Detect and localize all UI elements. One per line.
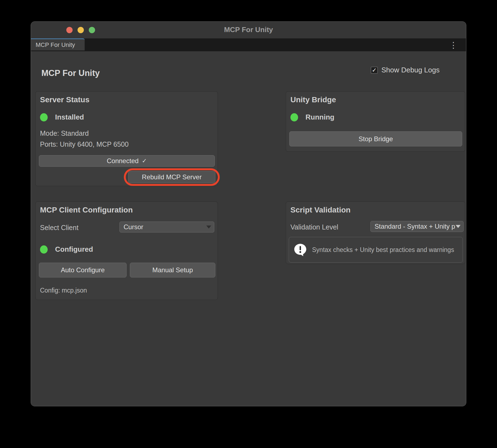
mcp-client-configuration-panel: MCP Client Configuration Select Client C… <box>35 202 218 300</box>
bridge-status-label: Running <box>305 113 334 121</box>
validation-level-dropdown[interactable]: Standard - Syntax + Unity p <box>370 221 464 232</box>
unity-bridge-panel: Unity Bridge Running Stop Bridge <box>286 91 465 152</box>
window-titlebar: MCP For Unity <box>31 22 466 38</box>
auto-configure-button[interactable]: Auto Configure <box>39 263 127 277</box>
server-status-row: Installed <box>40 113 84 121</box>
status-dot-icon <box>40 113 48 121</box>
config-path-note: Config: mcp.json <box>40 287 87 294</box>
page-title: MCP For Unity <box>41 68 100 78</box>
validation-info-text: Syntax checks + Unity best practices and… <box>312 246 454 254</box>
server-status-title: Server Status <box>40 95 90 104</box>
window-title: MCP For Unity <box>31 25 466 34</box>
checkmark-icon: ✓ <box>372 67 377 73</box>
auto-configure-button-label: Auto Configure <box>61 266 105 274</box>
client-status-row: Configured <box>40 245 93 254</box>
script-validation-title: Script Validation <box>290 206 350 214</box>
chevron-down-icon <box>456 225 461 228</box>
status-dot-icon <box>40 245 48 254</box>
select-client-label: Select Client <box>40 224 78 232</box>
rebuild-button-label: Rebuild MCP Server <box>142 173 202 181</box>
validation-level-label: Validation Level <box>290 223 338 231</box>
client-select-value: Cursor <box>124 223 143 231</box>
tab-bar: MCP For Unity ⋮ <box>31 38 466 51</box>
stop-bridge-button-label: Stop Bridge <box>359 135 393 143</box>
client-status-label: Configured <box>55 245 93 254</box>
rebuild-mcp-server-button[interactable]: Rebuild MCP Server <box>128 171 215 183</box>
manual-setup-button[interactable]: Manual Setup <box>130 263 215 277</box>
script-validation-panel: Script Validation Validation Level Stand… <box>286 202 465 264</box>
desktop-background: MCP For Unity MCP For Unity ⋮ MCP For Un… <box>0 0 497 448</box>
mcp-for-unity-window: MCP For Unity MCP For Unity ⋮ MCP For Un… <box>31 21 466 406</box>
kebab-menu-icon[interactable]: ⋮ <box>449 40 458 50</box>
client-select-dropdown[interactable]: Cursor <box>119 222 214 232</box>
validation-level-value: Standard - Syntax + Unity p <box>375 223 455 230</box>
rebuild-highlight-annotation: Rebuild MCP Server <box>124 168 220 186</box>
connected-check-icon: ✓ <box>142 157 147 165</box>
show-debug-logs-checkbox[interactable]: ✓ <box>371 67 378 74</box>
status-dot-icon <box>290 113 298 121</box>
stop-bridge-button[interactable]: Stop Bridge <box>289 131 462 146</box>
server-status-panel: Server Status Installed Mode: Standard P… <box>35 91 218 186</box>
show-debug-logs-row: ✓ Show Debug Logs <box>371 66 439 74</box>
validation-info-box: Syntax checks + Unity best practices and… <box>289 237 463 263</box>
main-content: MCP For Unity ✓ Show Debug Logs Server S… <box>31 51 466 406</box>
manual-setup-button-label: Manual Setup <box>152 266 193 274</box>
server-mode-line: Mode: Standard <box>40 129 89 137</box>
server-status-label: Installed <box>55 113 84 121</box>
tab-mcp-for-unity[interactable]: MCP For Unity <box>31 38 85 50</box>
bridge-status-row: Running <box>290 113 334 121</box>
chevron-down-icon <box>206 226 211 229</box>
unity-bridge-title: Unity Bridge <box>290 95 336 104</box>
tab-label: MCP For Unity <box>31 41 75 49</box>
show-debug-logs-label: Show Debug Logs <box>381 66 439 74</box>
info-bubble-icon <box>293 243 307 257</box>
mcp-client-configuration-title: MCP Client Configuration <box>40 206 133 214</box>
connected-button[interactable]: Connected ✓ <box>39 155 215 167</box>
server-ports-line: Ports: Unity 6400, MCP 6500 <box>40 140 128 148</box>
connected-button-label: Connected <box>107 157 139 165</box>
